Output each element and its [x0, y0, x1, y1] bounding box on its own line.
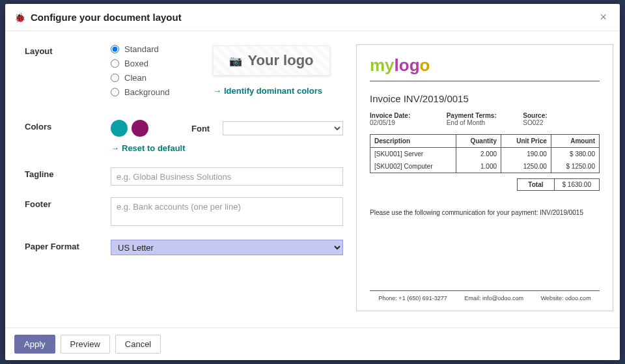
- logo-placeholder: Your logo: [247, 52, 313, 69]
- colors-label: Colors: [25, 120, 111, 153]
- form-column: Layout Standard Boxed: [25, 44, 356, 321]
- total-row: Total $ 1630.00: [370, 178, 600, 191]
- radio-clean[interactable]: [111, 74, 119, 82]
- colors-row: Colors Font → Reset to default: [25, 120, 343, 153]
- layout-label: Layout: [25, 44, 111, 102]
- col-unit-price: Unit Price: [501, 135, 551, 148]
- invoice-preview: mylogo Invoice INV/2019/0015 Invoice Dat…: [356, 44, 613, 311]
- footer-label: Footer: [25, 197, 111, 228]
- tagline-input[interactable]: [111, 167, 343, 186]
- invoice-title: Invoice INV/2019/0015: [370, 93, 600, 104]
- radio-standard[interactable]: [111, 45, 119, 53]
- font-label: Font: [191, 124, 210, 133]
- layout-row: Layout Standard Boxed: [25, 44, 213, 102]
- modal-body: Layout Standard Boxed: [5, 31, 620, 328]
- configure-layout-modal: 🐞 Configure your document layout × Layou…: [5, 4, 620, 360]
- paper-row: Paper Format US Letter: [25, 240, 343, 255]
- camera-icon: 📷: [229, 55, 242, 67]
- bug-icon: 🐞: [14, 12, 25, 23]
- logo-upload[interactable]: 📷 Your logo: [213, 46, 330, 76]
- layout-option-standard[interactable]: Standard: [111, 44, 213, 54]
- arrow-right-icon: →: [111, 143, 119, 153]
- font-select[interactable]: [223, 121, 343, 135]
- preview-column: mylogo Invoice INV/2019/0015 Invoice Dat…: [356, 44, 613, 321]
- divider: [370, 81, 600, 81]
- layout-option-clean[interactable]: Clean: [111, 73, 213, 83]
- col-quantity: Quantity: [456, 135, 501, 148]
- modal-header: 🐞 Configure your document layout ×: [5, 4, 620, 31]
- reset-default-link[interactable]: → Reset to default: [111, 143, 186, 153]
- preview-button[interactable]: Preview: [61, 335, 110, 354]
- paper-format-select[interactable]: US Letter: [111, 240, 343, 255]
- footer-row: Footer: [25, 197, 343, 228]
- color-swatch-primary[interactable]: [111, 120, 128, 137]
- identify-colors-link[interactable]: → Identify dominant colors: [213, 86, 322, 96]
- layout-options: Standard Boxed Clean: [111, 44, 213, 102]
- payment-note: Please use the following communication f…: [370, 209, 600, 216]
- modal-title: Configure your document layout: [31, 12, 182, 23]
- arrow-right-icon: →: [213, 86, 221, 96]
- radio-background[interactable]: [111, 88, 119, 96]
- layout-option-background[interactable]: Background: [111, 87, 213, 97]
- color-swatch-secondary[interactable]: [132, 120, 148, 137]
- layout-option-boxed[interactable]: Boxed: [111, 59, 213, 68]
- table-row: [SKU002] Computer 1.000 1250.00 $ 1250.0…: [370, 160, 600, 173]
- footer-input[interactable]: [111, 197, 343, 226]
- paper-label: Paper Format: [25, 240, 111, 255]
- close-icon[interactable]: ×: [596, 10, 611, 24]
- preview-logo: mylogo: [370, 55, 600, 76]
- cancel-button[interactable]: Cancel: [115, 335, 161, 354]
- invoice-meta: Invoice Date: 02/05/19 Payment Terms: En…: [370, 112, 600, 126]
- table-row: [SKU001] Server 2.000 190.00 $ 380.00: [370, 148, 600, 161]
- preview-footer: Phone: +1 (650) 691-3277 Email: info@odo…: [370, 290, 600, 301]
- invoice-lines-table: Description Quantity Unit Price Amount […: [370, 134, 600, 173]
- tagline-label: Tagline: [25, 167, 111, 186]
- apply-button[interactable]: Apply: [14, 335, 55, 354]
- radio-boxed[interactable]: [111, 59, 119, 68]
- modal-footer: Apply Preview Cancel: [5, 328, 620, 360]
- col-amount: Amount: [551, 135, 599, 148]
- col-description: Description: [370, 135, 456, 148]
- tagline-row: Tagline: [25, 167, 343, 186]
